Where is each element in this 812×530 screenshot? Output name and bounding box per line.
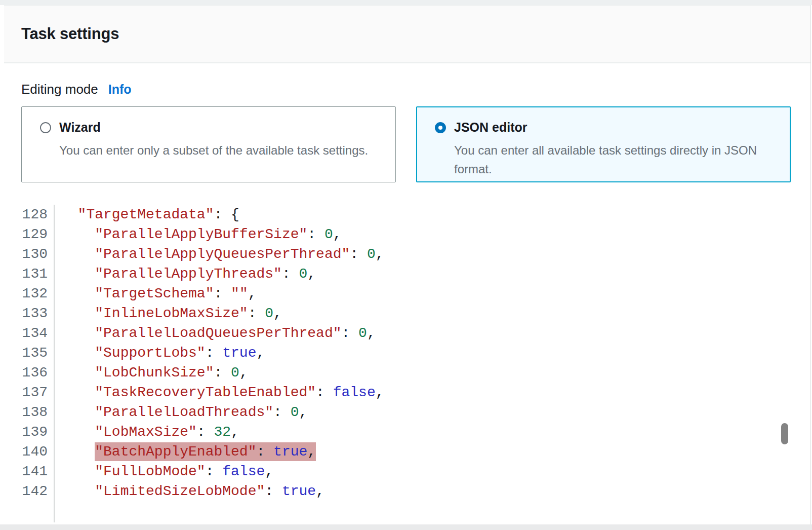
- page-bottom-strip: [0, 524, 812, 530]
- code-line[interactable]: 142 "LimitedSizeLobMode": true,: [4, 481, 810, 501]
- tile-wizard[interactable]: Wizard You can enter only a subset of th…: [21, 106, 396, 182]
- line-number: 135: [4, 343, 55, 363]
- line-number: 140: [4, 442, 55, 462]
- wizard-label: Wizard: [59, 120, 101, 135]
- code-line[interactable]: 128 "TargetMetadata": {: [4, 205, 810, 224]
- line-number: 134: [4, 323, 55, 343]
- json-code-editor[interactable]: 128 "TargetMetadata": {129 "ParallelAppl…: [4, 205, 810, 522]
- line-number: 142: [4, 481, 55, 501]
- code-line[interactable]: 133 "InlineLobMaxSize": 0,: [4, 304, 810, 323]
- json-editor-label: JSON editor: [454, 120, 527, 135]
- line-number: 137: [4, 383, 55, 402]
- line-number: 133: [4, 304, 55, 323]
- info-link[interactable]: Info: [108, 82, 132, 97]
- editing-mode-row: Editing mode Info: [21, 82, 810, 97]
- task-settings-panel: Task settings Editing mode Info Wizard Y…: [4, 5, 811, 524]
- page-title: Task settings: [21, 25, 119, 43]
- line-number: 130: [4, 244, 55, 264]
- page-top-strip: [0, 0, 812, 5]
- code-line[interactable]: 137 "TaskRecoveryTableEnabled": false,: [4, 383, 810, 402]
- code-line[interactable]: 140 "BatchApplyEnabled": true,: [4, 442, 810, 462]
- code-line[interactable]: 135 "SupportLobs": true,: [4, 343, 810, 363]
- wizard-radio[interactable]: [40, 122, 51, 133]
- code-line[interactable]: 131 "ParallelApplyThreads": 0,: [4, 264, 810, 284]
- line-number: 129: [4, 224, 55, 244]
- code-lines: 128 "TargetMetadata": {129 "ParallelAppl…: [4, 205, 810, 501]
- code-line[interactable]: 132 "TargetSchema": "",: [4, 284, 810, 304]
- gutter-tail: [4, 501, 810, 522]
- vertical-scrollbar-thumb[interactable]: [781, 423, 788, 444]
- code-line[interactable]: 138 "ParallelLoadThreads": 0,: [4, 402, 810, 422]
- line-number: 139: [4, 422, 55, 442]
- code-line[interactable]: 136 "LobChunkSize": 0,: [4, 363, 810, 383]
- line-number: 141: [4, 462, 55, 481]
- line-number: 136: [4, 363, 55, 383]
- line-number: 128: [4, 205, 55, 224]
- editing-mode-label: Editing mode: [21, 82, 98, 97]
- wizard-description: You can enter only a subset of the avail…: [59, 141, 396, 160]
- editing-mode-tiles: Wizard You can enter only a subset of th…: [21, 106, 810, 182]
- json-editor-radio[interactable]: [435, 122, 446, 133]
- line-number: 132: [4, 284, 55, 304]
- line-number: 138: [4, 402, 55, 422]
- panel-header: Task settings: [4, 6, 810, 63]
- tile-json-editor[interactable]: JSON editor You can enter all available …: [416, 106, 791, 182]
- code-line[interactable]: 141 "FullLobMode": false,: [4, 462, 810, 481]
- line-number: 131: [4, 264, 55, 284]
- highlighted-code: "BatchApplyEnabled": true,: [95, 442, 316, 461]
- code-line[interactable]: 130 "ParallelApplyQueuesPerThread": 0,: [4, 244, 810, 264]
- code-line[interactable]: 139 "LobMaxSize": 32,: [4, 422, 810, 442]
- json-editor-description: You can enter all available task setting…: [454, 141, 791, 178]
- code-line[interactable]: 134 "ParallelLoadQueuesPerThread": 0,: [4, 323, 810, 343]
- code-line[interactable]: 129 "ParallelApplyBufferSize": 0,: [4, 224, 810, 244]
